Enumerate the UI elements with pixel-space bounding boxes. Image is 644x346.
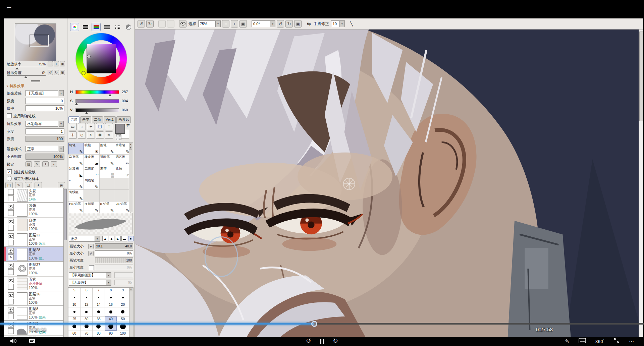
undo-button[interactable]: ↺: [138, 20, 145, 27]
canvas-rotate-cw-button[interactable]: ↻: [285, 20, 293, 27]
lasso-icon[interactable]: ◌: [78, 123, 86, 130]
size-preset-cell[interactable]: 70: [80, 331, 92, 337]
brush-cell[interactable]: 圆笔 ✎: [100, 143, 115, 154]
hue-slider-marker[interactable]: [108, 94, 112, 96]
brush-cell[interactable]: 喷枪 ✳: [84, 143, 99, 154]
scratchpad-tab-icon[interactable]: [124, 23, 133, 31]
navigator-thumbnail[interactable]: [15, 23, 56, 61]
layer-thumbnail[interactable]: [17, 278, 28, 290]
layer-list-scrollbar[interactable]: [63, 188, 67, 337]
brush-cell[interactable]: 渐变 ▒: [100, 166, 115, 178]
rewind-icon[interactable]: ↺: [306, 337, 311, 345]
special-effects-header[interactable]: ▼ 特殊效果: [6, 83, 24, 89]
layer-thumbnail[interactable]: [17, 292, 28, 305]
brush-cell[interactable]: 勾线区 ✎: [68, 190, 84, 201]
size-preset-cell[interactable]: 100: [117, 331, 129, 337]
layer-edit-pencil-icon[interactable]: [8, 225, 14, 231]
move-tool-icon[interactable]: ✛: [69, 131, 77, 139]
brush-grid-scrollbar[interactable]: ▲▼: [129, 142, 133, 212]
magic-wand-icon[interactable]: ✦: [87, 123, 95, 130]
size-preset-cell[interactable]: 16: [105, 302, 117, 316]
apply-pen-checkbox[interactable]: [7, 113, 12, 118]
texture-strength-field[interactable]: 0: [25, 98, 64, 104]
layer-edit-pencil-icon[interactable]: [8, 240, 14, 245]
effect-width-field[interactable]: 1: [25, 128, 64, 134]
paper-texture-select[interactable]: 【无质感】: [25, 90, 58, 96]
paper-texture-caret[interactable]: ▾: [59, 90, 64, 96]
min-density-checkbox[interactable]: [89, 265, 94, 270]
brush-cell[interactable]: [100, 178, 115, 189]
color-wheel[interactable]: [76, 33, 127, 84]
canvas-angle-value[interactable]: 0.0°: [252, 20, 270, 27]
layer-row[interactable]: 身体 正常 100%: [4, 218, 64, 232]
layer-visibility-eye-icon[interactable]: [8, 307, 14, 313]
rotate-tool-icon[interactable]: ↻: [87, 131, 95, 139]
layer-visibility-eye-icon[interactable]: [8, 248, 14, 254]
brush-texture-strength[interactable]: 95: [114, 280, 133, 285]
layer-visibility-eye-icon[interactable]: [8, 204, 14, 210]
value-slider-marker[interactable]: [85, 112, 88, 114]
line-tool-icon[interactable]: ╲: [350, 21, 353, 26]
size-preset-cell[interactable]: 9: [117, 288, 129, 302]
danmaku-icon[interactable]: [29, 338, 36, 345]
angle-slider-marker[interactable]: [24, 76, 28, 78]
size-preset-cell[interactable]: 10: [68, 302, 80, 316]
color-square[interactable]: [87, 44, 116, 73]
size-preset-cell[interactable]: 7: [93, 288, 104, 302]
tool-shelf-tab[interactable]: 基本: [80, 116, 91, 123]
zoom-tool-icon[interactable]: ⊙: [78, 131, 86, 139]
canvas-rotate-ccw-button[interactable]: ↺: [277, 20, 284, 27]
canvas-zoom-value[interactable]: 75%: [198, 20, 216, 27]
size-preset-cell[interactable]: 90: [105, 331, 117, 337]
size-preset-cell[interactable]: 12: [80, 302, 92, 316]
foreground-color-swatch[interactable]: [115, 124, 125, 134]
selection-visibility-eye-icon[interactable]: [179, 20, 186, 27]
layer-thumbnail[interactable]: [17, 219, 28, 231]
brush-shape-strength[interactable]: [114, 272, 133, 278]
redo-button[interactable]: ↻: [146, 20, 154, 27]
zoom-out-button[interactable]: −: [48, 61, 53, 66]
layer-edit-pencil-icon[interactable]: [8, 328, 14, 334]
brush-cell[interactable]: 铅笔 ✎: [68, 143, 84, 154]
brush-cell[interactable]: [115, 190, 130, 201]
selection-source-radio[interactable]: [7, 176, 12, 181]
eyedropper-icon[interactable]: ✒: [105, 131, 113, 139]
navigator-view-rect[interactable]: [30, 35, 49, 47]
brush-mode-caret[interactable]: ▾: [95, 236, 100, 242]
brush-shape-caret[interactable]: ▾: [106, 272, 111, 278]
layer-row[interactable]: ✎ 图层28 正常 100%效..: [4, 247, 64, 262]
brush-cell[interactable]: [84, 190, 99, 201]
swap-colors-icon[interactable]: ⇄: [126, 123, 130, 127]
subtitle-icon[interactable]: [579, 338, 586, 345]
canvas[interactable]: [135, 30, 643, 337]
edge-shape-button[interactable]: ▬: [121, 236, 127, 241]
forward-icon[interactable]: ↻: [333, 337, 338, 345]
brush-shape-select[interactable]: 【常规的圆形】: [69, 272, 106, 278]
tool-shelf-tab[interactable]: 二值: [92, 116, 103, 123]
min-density-field[interactable]: 0%: [95, 265, 133, 270]
brush-cell[interactable]: [100, 190, 115, 201]
zoom-slider-marker[interactable]: [15, 67, 19, 69]
brush-texture-select[interactable]: 【无纹理】: [69, 280, 106, 286]
scratch-swatch[interactable]: [116, 134, 121, 140]
effect-select[interactable]: 水彩边界: [25, 121, 58, 127]
size-preset-cell[interactable]: 6: [80, 288, 92, 302]
brush-size-unit-button[interactable]: ▼: [88, 244, 94, 249]
canvas-rotate-reset-button[interactable]: ▣: [294, 20, 302, 27]
layer-row[interactable]: 图层8 正常 100%效果: [4, 306, 64, 321]
layer-thumbnail[interactable]: [17, 248, 28, 261]
rotate-cw-button[interactable]: ↻: [54, 70, 59, 75]
layer-row[interactable]: 头发 正常 14%: [4, 188, 64, 203]
min-size-pen-button[interactable]: ✐: [88, 251, 94, 256]
more-options-icon[interactable]: ⋯: [629, 338, 634, 345]
effect-strength-slider[interactable]: 100: [25, 136, 64, 142]
canvas-zoom-reset-button[interactable]: ▣: [239, 20, 247, 27]
opacity-slider[interactable]: 100%: [25, 154, 64, 160]
canvas-angle-caret[interactable]: ▾: [270, 20, 275, 27]
brush-cell[interactable]: 橡皮擦 ▰: [84, 155, 99, 166]
layer-edit-pencil-icon[interactable]: [8, 299, 14, 304]
texture-scale-field[interactable]: 10%: [25, 105, 64, 111]
hue-ring-marker[interactable]: [82, 71, 86, 75]
progress-bar[interactable]: [0, 323, 644, 325]
size-preset-cell[interactable]: 5: [68, 288, 80, 302]
